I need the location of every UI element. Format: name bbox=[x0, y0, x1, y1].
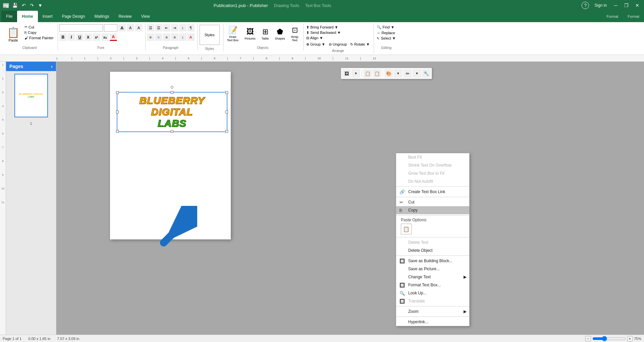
font-size-input[interactable] bbox=[104, 24, 117, 32]
cm-format-text-box[interactable]: 🔲 Format Text Box... bbox=[396, 281, 469, 289]
strikethrough-btn[interactable]: X bbox=[85, 34, 92, 41]
close-button[interactable]: ✕ bbox=[633, 2, 641, 9]
shading-btn[interactable]: A bbox=[187, 34, 195, 41]
font-color-btn[interactable]: A bbox=[110, 34, 117, 41]
find-btn[interactable]: 🔍 Find ▼ bbox=[375, 25, 397, 30]
cm-look-up[interactable]: 🔍 Look Up... bbox=[396, 289, 469, 297]
ft-copy-btn[interactable]: 📋 bbox=[363, 69, 372, 78]
send-backward-btn[interactable]: ⬇ Send Backward ▼ bbox=[305, 30, 342, 35]
bullets-btn[interactable]: ☰ bbox=[147, 24, 154, 32]
align-center-btn[interactable]: ≡ bbox=[155, 34, 162, 41]
numbering-btn[interactable]: ☰ bbox=[155, 24, 162, 32]
tab-review[interactable]: Review bbox=[114, 11, 136, 22]
wrap-text-button[interactable]: ⊡ WrapText bbox=[289, 24, 301, 44]
ft-image-dropdown[interactable]: ▼ bbox=[352, 69, 360, 78]
justify-btn[interactable]: ≡ bbox=[171, 34, 178, 41]
styles-button[interactable]: Styles bbox=[200, 25, 220, 45]
cm-save-picture[interactable]: Save as Picture... bbox=[396, 265, 469, 273]
canvas-area[interactable]: BLUEBERRY DIGITAL LABS 🖼 ▼ 📋 📋 bbox=[56, 62, 644, 338]
para-spacing-btn[interactable]: ↕ bbox=[179, 24, 186, 32]
format-painter-button[interactable]: 🖌 Format Painter bbox=[23, 36, 55, 40]
tab-view[interactable]: View bbox=[137, 11, 155, 22]
tab-textbox-tools-format[interactable]: Format bbox=[623, 11, 644, 22]
draw-text-box-button[interactable]: 📝 DrawText Box bbox=[225, 24, 241, 44]
cm-do-not-autofit[interactable]: Do Not Autofit bbox=[396, 177, 469, 185]
align-right-btn[interactable]: ≡ bbox=[163, 34, 170, 41]
paste-opt-1[interactable]: 📋 bbox=[401, 224, 412, 234]
paste-button[interactable]: 📋 Paste bbox=[4, 25, 22, 44]
outdent-btn[interactable]: ⇤ bbox=[163, 24, 170, 32]
ungroup-btn[interactable]: ⊖ Ungroup bbox=[327, 42, 348, 47]
ft-paste-btn[interactable]: 📋 bbox=[373, 69, 381, 78]
clear-format-btn[interactable]: A bbox=[135, 24, 143, 32]
cm-zoom[interactable]: Zoom ▶ bbox=[396, 307, 469, 316]
subscript-btn[interactable]: x₂ bbox=[101, 34, 109, 41]
zoom-in-btn[interactable]: + bbox=[627, 336, 633, 341]
handle-bottom-right[interactable] bbox=[225, 130, 228, 133]
group-btn[interactable]: ⊕ Group ▼ bbox=[305, 42, 327, 47]
line-spacing-btn[interactable]: ↕ bbox=[179, 34, 186, 41]
align-btn[interactable]: ⊟ Align ▼ bbox=[305, 36, 342, 41]
tab-drawing-tools-format[interactable]: Format bbox=[602, 11, 623, 22]
page-thumbnail-1[interactable]: BLUEBERRY DIGITAL LABS bbox=[14, 74, 48, 117]
pictures-button[interactable]: 🖼 Pictures bbox=[242, 26, 258, 42]
handle-middle-right[interactable] bbox=[225, 111, 228, 113]
bring-forward-btn[interactable]: ⬆ Bring Forward ▼ bbox=[305, 25, 342, 30]
save-quick-btn[interactable]: 💾 bbox=[11, 2, 19, 9]
handle-top-left[interactable] bbox=[116, 91, 119, 94]
sidebar-toggle-btn[interactable]: ‹ bbox=[51, 64, 53, 69]
tab-home[interactable]: Home bbox=[17, 11, 38, 22]
cm-delete-text[interactable]: Delete Text bbox=[396, 238, 469, 246]
cm-hyperlink[interactable]: Hyperlink... bbox=[396, 318, 469, 326]
restore-button[interactable]: ❐ bbox=[622, 2, 631, 9]
cm-save-building-block[interactable]: 🔲 Save as Building Block... bbox=[396, 257, 469, 265]
help-button[interactable]: ? bbox=[582, 2, 589, 9]
indent-btn[interactable]: ⇥ bbox=[171, 24, 178, 32]
bold-btn[interactable]: B bbox=[59, 34, 67, 41]
align-left-btn[interactable]: ≡ bbox=[147, 34, 154, 41]
cm-grow-text-box[interactable]: Grow Text Box to Fit bbox=[396, 169, 469, 177]
tab-mailings[interactable]: Mailings bbox=[90, 11, 114, 22]
replace-btn[interactable]: ↔ Replace bbox=[375, 31, 397, 35]
cut-button[interactable]: ✂ ✂ Cut Cut bbox=[23, 24, 55, 30]
zoom-slider[interactable] bbox=[592, 336, 626, 341]
cm-cut[interactable]: ✂ Cut bbox=[396, 198, 469, 206]
handle-top-right[interactable] bbox=[225, 91, 228, 94]
shapes-button[interactable]: ⬟ Shapes bbox=[272, 26, 287, 42]
table-button[interactable]: ⊞ Table bbox=[259, 26, 271, 42]
handle-rotate[interactable] bbox=[171, 86, 173, 89]
cm-copy[interactable]: ⎘ Copy bbox=[396, 206, 469, 214]
ft-effects-btn[interactable]: 🔧 bbox=[422, 69, 431, 78]
tab-file[interactable]: File bbox=[1, 11, 17, 22]
text-box-selected[interactable]: BLUEBERRY DIGITAL LABS bbox=[117, 92, 227, 132]
italic-btn[interactable]: I bbox=[68, 34, 75, 41]
zoom-out-btn[interactable]: − bbox=[585, 336, 591, 341]
superscript-btn[interactable]: x² bbox=[93, 34, 100, 41]
sign-in-button[interactable]: Sign in bbox=[592, 2, 609, 8]
ft-outline-dropdown[interactable]: ▼ bbox=[413, 69, 421, 78]
rotate-btn[interactable]: ↻ Rotate ▼ bbox=[349, 42, 371, 47]
undo-btn[interactable]: ↶ bbox=[20, 2, 27, 9]
minimize-button[interactable]: ─ bbox=[612, 2, 620, 9]
ft-fill-btn[interactable]: 🎨 bbox=[384, 69, 393, 78]
customize-quick-btn[interactable]: ▼ bbox=[37, 2, 44, 9]
handle-top-center[interactable] bbox=[171, 91, 173, 94]
handle-bottom-left[interactable] bbox=[116, 130, 119, 133]
select-btn[interactable]: ↖ Select ▼ bbox=[375, 36, 397, 41]
ft-image-btn[interactable]: 🖼 bbox=[342, 69, 351, 78]
ft-fill-dropdown[interactable]: ▼ bbox=[394, 69, 402, 78]
handle-middle-left[interactable] bbox=[116, 111, 119, 113]
show-hide-btn[interactable]: ¶ bbox=[187, 24, 195, 32]
redo-btn[interactable]: ↷ bbox=[29, 2, 35, 9]
copy-button[interactable]: ⎘ Copy bbox=[23, 30, 55, 35]
tab-insert[interactable]: Insert bbox=[38, 11, 57, 22]
cm-change-text[interactable]: Change Text ▶ bbox=[396, 273, 469, 281]
cm-shrink-text[interactable]: Shrink Text On Overflow bbox=[396, 161, 469, 169]
font-name-input[interactable] bbox=[59, 24, 103, 32]
cm-delete-object[interactable]: Delete Object bbox=[396, 246, 469, 254]
cm-translate[interactable]: 🔲 Translate bbox=[396, 297, 469, 305]
cm-create-link[interactable]: 🔗 Create Text Box Link bbox=[396, 188, 469, 196]
ft-outline-btn[interactable]: ✏ bbox=[403, 69, 412, 78]
tab-page-design[interactable]: Page Design bbox=[57, 11, 90, 22]
underline-btn[interactable]: U bbox=[76, 34, 84, 41]
